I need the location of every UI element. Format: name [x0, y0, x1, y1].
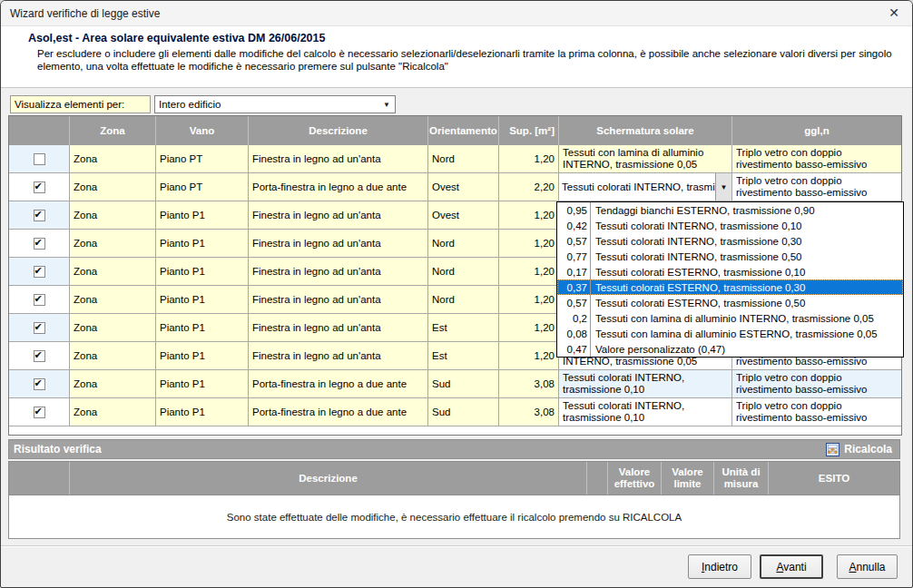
dropdown-item[interactable]: 0,95Tendaggi bianchi ESTERNO, trasmissio… [557, 202, 903, 218]
result-table-header: Descrizione Valore effettivo Valore limi… [8, 461, 900, 495]
checkbox-cell[interactable] [9, 230, 70, 258]
table-row: Zona Piano PT Finestra in legno ad un'an… [9, 145, 901, 173]
checkbox-cell[interactable] [9, 173, 70, 201]
ggln-cell: Triplo vetro con doppio rivestimento bas… [732, 173, 901, 201]
orientamento-cell: Est [428, 314, 499, 342]
row-checkbox[interactable] [34, 210, 45, 221]
orientamento-cell: Est [428, 342, 499, 370]
orientamento-cell: Ovest [428, 201, 499, 230]
descrizione-cell: Finestra in legno ad un'anta [249, 342, 428, 370]
dropdown-item[interactable]: 0,2Tessuti con lamina di alluminio INTER… [557, 310, 903, 326]
row-checkbox[interactable] [34, 322, 45, 334]
checkbox-cell[interactable] [9, 314, 70, 342]
zona-cell: Zona [70, 370, 156, 398]
zona-cell: Zona [70, 145, 156, 173]
filter-dropdown[interactable]: Intero edificio ▼ [154, 95, 396, 113]
table-row: Zona Pianto P1 Porta-finestra in legno a… [9, 370, 901, 398]
schermatura-combobox[interactable]: Tessuti colorati INTERNO, trasmissi ▼ [559, 173, 731, 201]
row-checkbox[interactable] [34, 153, 45, 165]
checkbox-cell[interactable] [9, 370, 70, 398]
close-icon[interactable]: ✕ [888, 5, 899, 20]
table-empty-strip [9, 426, 901, 435]
zona-cell: Zona [70, 314, 156, 342]
row-checkbox[interactable] [34, 266, 45, 278]
recalc-needed-message: Sono state effettuate delle modifiche, è… [227, 512, 682, 523]
ggln-cell[interactable]: Triplo vetro con doppio rivestimento bas… [732, 398, 901, 426]
descrizione-cell: Finestra in legno ad un'anta [249, 230, 428, 258]
checkbox-cell[interactable] [9, 201, 70, 230]
sup-cell: 1,20 [499, 286, 559, 314]
col-vano: Vano [156, 116, 249, 145]
sup-cell: 3,08 [499, 398, 559, 426]
dropdown-item[interactable]: 0,42Tessuti colorati INTERNO, trasmissio… [557, 218, 903, 233]
dropdown-item[interactable]: 0,77Tessuti colorati INTERNO, trasmissio… [557, 249, 903, 264]
window-title: Wizard verifiche di legge estive [1, 7, 160, 20]
schermatura-cell[interactable]: Tessuti colorati INTERNO, trasmissione 0… [559, 398, 732, 426]
row-checkbox[interactable] [34, 181, 45, 193]
checkbox-cell[interactable] [9, 342, 70, 370]
dropdown-item[interactable]: 0,47Valore personalizzato (0,47) [557, 341, 903, 357]
schermatura-cell: Tessuti colorati INTERNO, trasmissi ▼ [559, 173, 732, 201]
dropdown-item[interactable]: 0,57Tessuti colorati ESTERNO, trasmissio… [557, 295, 903, 310]
checkbox-cell[interactable] [9, 286, 70, 314]
zona-cell: Zona [70, 398, 156, 426]
row-checkbox[interactable] [34, 407, 45, 418]
elements-table-header: Zona Vano Descrizione Orientamento Sup. … [9, 116, 901, 145]
row-checkbox[interactable] [34, 238, 45, 250]
page-title: Asol,est - Area solare equivalente estiv… [28, 32, 901, 44]
item-value: 0,77 [557, 249, 591, 264]
orientamento-cell: Nord [428, 230, 499, 258]
zona-cell: Zona [70, 230, 156, 258]
checkbox-cell[interactable] [9, 145, 70, 173]
item-value: 0,95 [557, 202, 591, 218]
col-sup: Sup. [m²] [499, 116, 559, 145]
vano-cell: Pianto P1 [156, 258, 249, 286]
dropdown-item-selected[interactable]: 0,37Tessuti colorati ESTERNO, trasmissio… [557, 279, 903, 295]
vano-cell: Pianto P1 [156, 230, 249, 258]
row-checkbox[interactable] [34, 294, 45, 306]
back-button[interactable]: Indietro [688, 554, 751, 579]
item-label: Tessuti colorati INTERNO, trasmissione 0… [591, 233, 903, 249]
recalculate-label: Ricalcola [844, 443, 892, 456]
ggln-cell[interactable]: Triplo vetro con doppio rivestimento bas… [732, 370, 901, 398]
footer-separator [1, 545, 912, 547]
item-label: Tessuti colorati ESTERNO, trasmissione 0… [591, 279, 903, 295]
item-label: Tessuti con lamina di alluminio ESTERNO,… [591, 326, 903, 341]
vano-cell: Pianto P1 [156, 314, 249, 342]
filter-value: Intero edificio [159, 99, 221, 110]
calculator-icon [826, 443, 839, 456]
result-col-spacer [587, 462, 608, 495]
descrizione-cell: Porta-finestra in legno a due ante [249, 370, 428, 398]
title-bar: Wizard verifiche di legge estive ✕ [1, 1, 912, 26]
filter-label: Visualizza elementi per: [10, 95, 151, 113]
sup-cell: 1,20 [499, 145, 559, 173]
table-row: Zona Pianto P1 Porta-finestra in legno a… [9, 398, 901, 426]
sup-cell: 1,20 [499, 342, 559, 370]
orientamento-cell: Nord [428, 145, 499, 173]
schermatura-cell: Tessuti con lamina di alluminio INTERNO,… [559, 145, 732, 173]
dropdown-item[interactable]: 0,57Tessuti colorati INTERNO, trasmissio… [557, 233, 903, 249]
col-orientamento: Orientamento [428, 116, 499, 145]
next-button[interactable]: Avanti [760, 554, 823, 579]
combobox-value: Tessuti colorati INTERNO, trasmissi [559, 173, 715, 201]
cancel-button[interactable]: Annulla [837, 554, 898, 579]
dropdown-item[interactable]: 0,17Tessuti colorati ESTERNO, trasmissio… [557, 264, 903, 279]
checkbox-cell[interactable] [9, 398, 70, 426]
item-label: Valore personalizzato (0,47) [591, 341, 903, 357]
orientamento-cell: Sud [428, 370, 499, 398]
descrizione-cell: Porta-finestra in legno a due ante [249, 398, 428, 426]
recalculate-button[interactable]: Ricalcola [826, 443, 892, 456]
result-col-valore-effettivo: Valore effettivo [608, 462, 662, 495]
item-label: Tessuti colorati ESTERNO, trasmissione 0… [591, 264, 903, 279]
sup-cell: 1,20 [499, 314, 559, 342]
row-checkbox[interactable] [34, 350, 45, 362]
dropdown-item[interactable]: 0,08Tessuti con lamina di alluminio ESTE… [557, 326, 903, 341]
col-schermatura: Schermatura solare [559, 116, 732, 145]
chevron-down-icon[interactable]: ▼ [715, 173, 731, 201]
wizard-header: Asol,est - Area solare equivalente estiv… [1, 26, 912, 88]
schermatura-cell[interactable]: Tessuti colorati INTERNO, trasmissione 0… [559, 370, 732, 398]
row-checkbox[interactable] [34, 378, 45, 390]
checkbox-cell[interactable] [9, 258, 70, 286]
result-col-empty [9, 462, 70, 495]
sup-cell: 1,20 [499, 230, 559, 258]
